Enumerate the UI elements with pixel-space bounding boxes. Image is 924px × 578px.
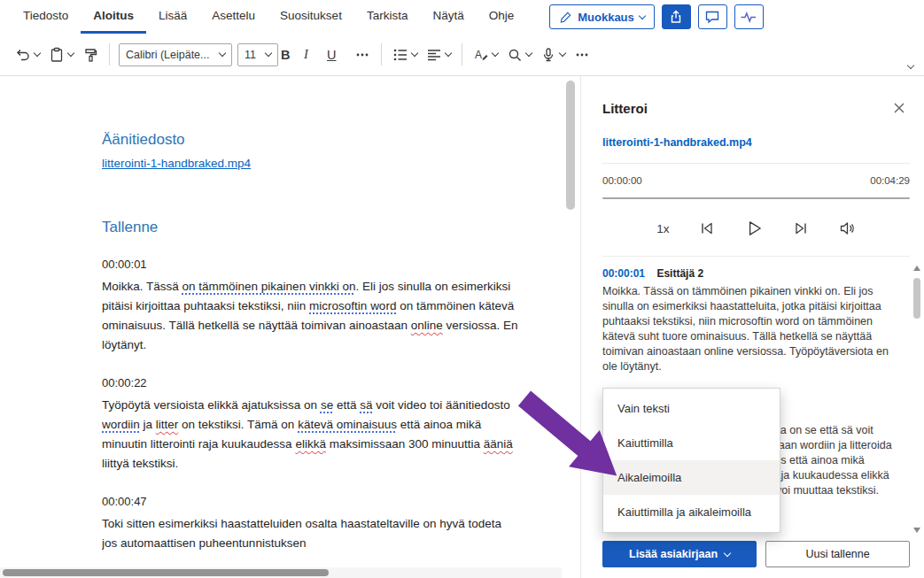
horizontal-scrollbar-thumb[interactable] [3,569,329,576]
vertical-scrollbar-thumb[interactable] [566,81,575,210]
more-tools-button[interactable] [570,42,594,67]
comment-icon [704,9,720,25]
dropdown-item-kaiuttimilla[interactable]: Kaiuttimilla [603,426,780,460]
font-name-select[interactable]: Calibri (Leipäte... [119,43,232,66]
chevron-down-icon [265,50,272,57]
dropdown-item-vain-teksti[interactable]: Vain teksti [603,391,780,426]
chevron-down-icon [525,50,532,57]
vertical-scrollbar[interactable] [564,76,577,565]
chevron-down-icon [907,62,914,69]
activity-button[interactable] [734,4,764,29]
skip-forward-icon[interactable] [792,220,810,237]
close-icon [893,102,905,114]
chevron-down-icon [411,50,418,57]
skip-back-icon[interactable] [698,220,716,237]
italic-button[interactable]: I [304,43,327,66]
close-panel-button[interactable] [889,97,910,119]
undo-button[interactable] [11,42,44,67]
chevron-down-icon [219,50,226,57]
tab-aloitus[interactable]: Aloitus [81,0,146,34]
tab-tiedosto[interactable]: Tiedosto [11,0,81,34]
font-size-select[interactable]: 11 [237,43,278,66]
add-to-document-dropdown: Vain teksti Kaiuttimilla Aikaleimoilla K… [602,388,780,533]
toolbar-separator [462,43,462,66]
dictate-button[interactable] [536,42,570,67]
align-left-icon [426,47,442,63]
horizontal-scrollbar[interactable] [0,567,562,578]
add-to-document-button[interactable]: Lisää asiakirjaan [602,541,757,567]
bold-button[interactable]: B [281,44,304,66]
clipboard-icon [49,47,65,63]
menu-bar: Tiedosto Aloitus Lisää Asettelu Suosituk… [0,0,924,34]
document-file-link[interactable]: litterointi-1-handbraked.mp4 [102,157,251,170]
divider [602,256,910,257]
paste-button[interactable] [44,42,78,67]
activity-pulse-icon [740,9,757,25]
search-button[interactable] [502,42,536,67]
undo-icon [15,47,31,63]
tab-tarkista[interactable]: Tarkista [354,0,421,34]
comments-button[interactable] [698,4,727,29]
transcript-scrollbar[interactable] [912,266,921,533]
transcript-text: Moikka. Tässä on tämmöinen pikainen vink… [602,284,897,374]
player-progress-bar[interactable] [602,197,910,199]
document-paragraph: Toki sitten esimerkiksi haastatteluiden … [102,514,562,553]
ribbon-toolbar: Calibri (Leipäte... 11 B I U A [0,34,924,76]
new-recording-label: Uusi tallenne [805,548,869,560]
tab-lisaa[interactable]: Lisää [146,0,199,34]
format-painter-icon [82,47,98,63]
editing-mode-button[interactable]: Muokkaus [549,4,655,29]
font-name-value: Calibri (Leipäte... [126,49,210,61]
document-canvas[interactable]: Äänitiedosto litterointi-1-handbraked.mp… [0,76,562,567]
transcript-entry[interactable]: 00:00:01 Esittäjä 2 Moikka. Tässä on täm… [602,267,897,374]
panel-file-link[interactable]: litterointi-1-handbraked.mp4 [602,136,910,149]
editing-mode-label: Muokkaus [578,11,634,24]
dropdown-item-aikaleimoilla[interactable]: Aikaleimoilla [603,460,780,495]
toolbar-separator [109,43,110,66]
document-heading-recording: Tallenne [102,219,562,236]
document-paragraph: Työpöytä versioista elikkä ajatuksissa o… [102,396,562,474]
tab-suositukset[interactable]: Suositukset [268,0,354,34]
new-recording-button[interactable]: Uusi tallenne [765,541,910,567]
transcript-scrollbar-thumb[interactable] [913,278,920,319]
microphone-icon [540,47,556,63]
font-size-value: 11 [245,49,256,61]
document-paragraph: Moikka. Tässä on tämmöinen pikainen vink… [102,277,562,355]
bullet-list-button[interactable] [388,42,422,67]
svg-text:A: A [475,49,482,61]
dropdown-item-kaiuttimilla-ja-aikaleimoilla[interactable]: Kaiuttimilla ja aikaleimoilla [603,495,780,529]
player-duration: 00:04:29 [870,175,910,186]
more-formatting-button[interactable] [350,42,375,67]
chevron-down-icon [67,50,74,57]
divider [602,163,910,164]
ribbon-tabs: Tiedosto Aloitus Lisää Asettelu Suosituk… [11,0,526,34]
play-icon[interactable] [744,219,764,238]
document-heading-audio: Äänitiedosto [102,131,562,149]
scroll-down-arrow-icon[interactable] [913,528,920,533]
share-icon [668,9,684,25]
chevron-down-icon [492,50,499,57]
search-icon [507,47,523,63]
timestamp: 00:00:47 [102,495,562,508]
timestamp: 00:00:22 [102,376,562,389]
ellipsis-icon [354,47,370,63]
transcript-speaker: Esittäjä 2 [656,267,703,280]
chevron-down-icon [724,549,731,556]
chevron-down-icon [639,12,646,19]
player-elapsed-time: 00:00:00 [602,175,642,186]
underline-button[interactable]: U [327,44,350,66]
align-button[interactable] [422,42,455,67]
pencil-icon [559,11,572,24]
chevron-down-icon [445,50,452,57]
ribbon-collapse-button[interactable] [908,56,913,72]
share-button[interactable] [662,4,691,29]
ellipsis-icon [574,47,590,63]
tab-ohje[interactable]: Ohje [477,0,527,34]
format-painter-button[interactable] [78,42,103,67]
tab-asettelu[interactable]: Asettelu [199,0,268,34]
text-effects-button[interactable]: A [469,42,502,67]
menubar-right-controls: Muokkaus [549,0,764,34]
playback-speed-button[interactable]: 1x [656,222,669,235]
volume-icon[interactable] [838,220,856,237]
tab-nayta[interactable]: Näytä [420,0,476,34]
